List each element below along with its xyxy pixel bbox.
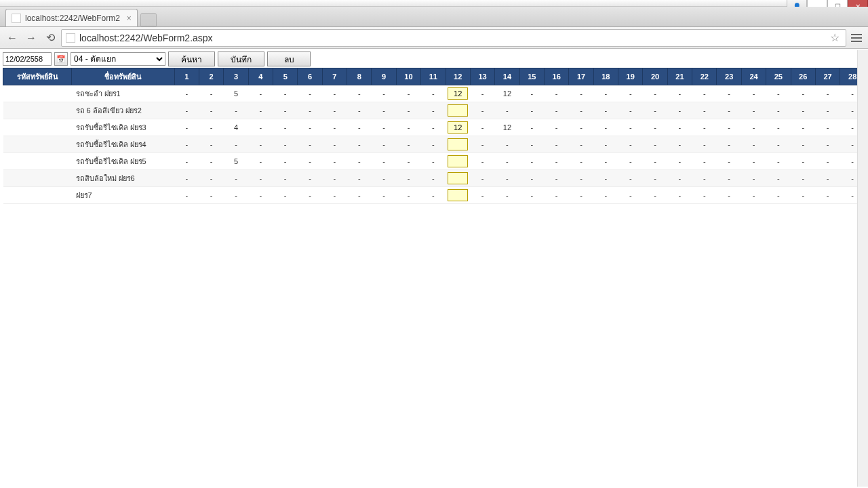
day-cell: - [199, 136, 223, 153]
browser-tab[interactable]: localhost:2242/WebForm2 × [5, 9, 138, 26]
search-button[interactable]: ค้นหา [168, 52, 215, 66]
day-cell: - [396, 136, 420, 153]
day-cell: - [717, 153, 741, 170]
day-cell: - [717, 85, 741, 102]
day-cell: - [347, 85, 372, 102]
asset-code-cell [3, 85, 72, 102]
day-cell [446, 187, 470, 204]
day-cell: - [347, 170, 372, 187]
day-cell: - [470, 136, 494, 153]
table-row: รถสิบล้อใหม่ ฝยร6-----------------------… [3, 170, 865, 187]
col-day: 3 [224, 68, 248, 85]
forward-button[interactable]: → [23, 30, 39, 46]
save-button[interactable]: บันทึก [218, 52, 264, 66]
category-dropdown[interactable]: 04 - ตัดแยก [71, 52, 165, 66]
calendar-icon[interactable]: 📅 [54, 52, 68, 66]
day-value-input[interactable] [448, 104, 468, 117]
day-cell: - [347, 119, 372, 136]
day-cell: - [273, 85, 298, 102]
day-cell: - [618, 85, 643, 102]
site-icon [66, 33, 75, 43]
url-input[interactable] [79, 33, 828, 43]
day-cell: - [618, 170, 643, 187]
day-cell: - [643, 153, 667, 170]
day-cell: - [199, 153, 223, 170]
page-content: 📅 04 - ตัดแยก ค้นหา บันทึก ลบ รหัสทรัพย์… [0, 49, 868, 488]
day-cell: - [248, 119, 273, 136]
day-cell: - [618, 187, 643, 204]
day-cell: - [643, 187, 667, 204]
col-day: 19 [618, 68, 643, 85]
day-cell: - [322, 170, 347, 187]
day-cell: - [421, 136, 446, 153]
asset-name-cell: รถ 6 ล้อสีเขียว ฝยร2 [72, 102, 175, 119]
day-cell: - [174, 102, 199, 119]
tab-title: localhost:2242/WebForm2 [25, 14, 120, 23]
hamburger-menu-icon[interactable] [849, 30, 864, 45]
day-cell: - [815, 153, 840, 170]
day-cell: - [519, 136, 544, 153]
day-cell: - [322, 85, 347, 102]
day-cell: - [174, 85, 199, 102]
new-tab-button[interactable] [140, 13, 157, 26]
day-cell: - [273, 119, 298, 136]
col-day: 18 [593, 68, 618, 85]
day-value-input[interactable] [448, 189, 468, 201]
day-cell: - [495, 170, 519, 187]
vertical-scrollbar[interactable] [857, 50, 868, 487]
day-cell: - [174, 136, 199, 153]
col-day: 11 [421, 68, 446, 85]
day-cell: - [667, 153, 692, 170]
day-cell: - [322, 119, 347, 136]
asset-code-cell [3, 170, 72, 187]
day-value-input[interactable] [448, 155, 468, 167]
asset-code-cell [3, 102, 72, 119]
day-cell: - [421, 187, 446, 204]
day-cell: - [692, 136, 717, 153]
day-value-input[interactable] [448, 87, 468, 100]
window-titlebar [0, 0, 868, 7]
day-cell: - [224, 136, 248, 153]
day-cell: - [741, 102, 766, 119]
asset-name-cell: รถสิบล้อใหม่ ฝยร6 [72, 170, 175, 187]
day-value-input[interactable] [448, 121, 468, 134]
day-cell: - [618, 136, 643, 153]
asset-code-cell [3, 136, 72, 153]
day-cell: - [248, 153, 273, 170]
day-cell: - [519, 170, 544, 187]
day-cell: - [815, 102, 840, 119]
day-cell: - [815, 85, 840, 102]
date-input[interactable] [3, 52, 52, 66]
day-value-input[interactable] [448, 172, 468, 184]
day-cell: - [470, 102, 494, 119]
table-row: รถรับซื้อรีไซเคิล ฝยร3--4---------12----… [3, 119, 865, 136]
day-cell: - [248, 85, 273, 102]
tab-close-icon[interactable]: × [127, 14, 132, 23]
day-cell: - [741, 153, 766, 170]
day-cell: - [593, 136, 618, 153]
day-cell: - [692, 153, 717, 170]
bookmark-star-icon[interactable]: ☆ [828, 31, 842, 44]
address-field-wrap[interactable]: ☆ [61, 29, 846, 47]
day-cell: 4 [224, 119, 248, 136]
day-cell: - [519, 102, 544, 119]
day-cell: - [495, 153, 519, 170]
day-cell: - [248, 187, 273, 204]
delete-button[interactable]: ลบ [267, 52, 311, 66]
day-cell: - [199, 170, 223, 187]
day-cell: - [372, 187, 396, 204]
day-cell: - [569, 170, 593, 187]
day-cell: - [298, 136, 322, 153]
col-day: 8 [347, 68, 372, 85]
reload-button[interactable]: ⟲ [42, 30, 58, 46]
day-cell: - [643, 136, 667, 153]
day-value-input[interactable] [448, 138, 468, 150]
back-button[interactable]: ← [4, 30, 20, 46]
day-cell: - [322, 136, 347, 153]
day-cell: - [618, 102, 643, 119]
day-cell: - [569, 102, 593, 119]
day-cell: - [421, 85, 446, 102]
day-cell [446, 119, 470, 136]
day-cell: - [322, 187, 347, 204]
day-cell: - [593, 85, 618, 102]
